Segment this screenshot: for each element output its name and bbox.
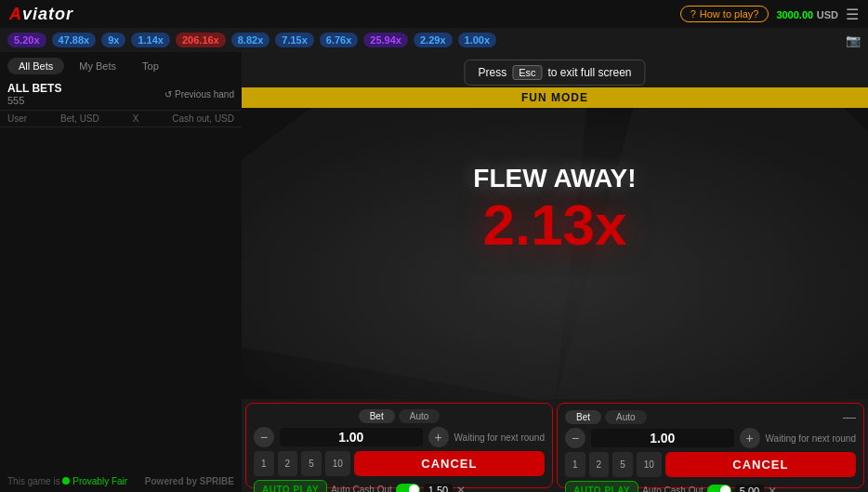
bet-panel-2: Bet Auto — − 1.00 + Waiting for next rou… — [557, 403, 864, 488]
waiting-text-2: Waiting for next round — [766, 433, 856, 444]
auto-cash-row-1: AUTO PLAY Auto Cash Out 1.50 ✕ — [254, 480, 545, 492]
auto-play-button-2[interactable]: AUTO PLAY — [565, 481, 638, 492]
waiting-text-1: Waiting for next round — [454, 432, 545, 443]
quick-and-cancel-2: 1 2 5 10 CANCEL — [565, 452, 856, 477]
question-icon: ? — [690, 8, 696, 20]
mult-badge: 8.82x — [231, 33, 270, 47]
bet-panel-2-tabs: Bet Auto — — [565, 409, 856, 424]
auto-cash-label-2: Auto Cash Out — [642, 485, 704, 492]
spribe-logo: Powered by SPRIBE — [145, 476, 234, 486]
tabs-bar: All Bets My Bets Top — [0, 52, 242, 80]
tab-top[interactable]: Top — [131, 58, 170, 74]
camera-icon[interactable]: 📷 — [846, 33, 861, 47]
minus-icon[interactable]: — — [843, 409, 856, 424]
quick-bets-2: 1 2 5 10 — [565, 452, 662, 477]
quick-bet-2-1[interactable]: 1 — [565, 452, 585, 477]
provably-fair-footer: This game is Provably Fair Powered by SP… — [0, 471, 242, 492]
top-bar: Aviator ? How to play? 3000.00 USD ☰ — [0, 0, 868, 28]
mult-badge: 1.00x — [458, 33, 497, 47]
auto-play-button-1[interactable]: AUTO PLAY — [254, 480, 327, 492]
esc-tooltip: Press Esc to exit full screen — [464, 60, 645, 86]
fun-mode-banner: FUN MODE — [242, 87, 868, 108]
bet-value-1: 1.00 — [280, 428, 423, 446]
bet-input-row-2: − 1.00 + Waiting for next round — [565, 428, 856, 448]
auto-tab-1[interactable]: Auto — [399, 409, 441, 423]
multiplier-strip: 5.20x 47.88x 9x 1.14x 206.16x 8.82x 7.15… — [0, 28, 868, 52]
decrease-bet-1[interactable]: − — [254, 427, 274, 447]
quick-bet-1-10[interactable]: 10 — [325, 451, 350, 476]
bet-value-2: 1.00 — [591, 429, 734, 447]
quick-bet-1-2[interactable]: 2 — [278, 451, 298, 476]
quick-bet-1-1[interactable]: 1 — [254, 451, 274, 476]
close-auto-cash-1[interactable]: ✕ — [456, 484, 466, 493]
left-panel: All Bets My Bets Top ALL BETS 555 ↺ Prev… — [0, 52, 242, 492]
mult-badge: 7.15x — [275, 33, 314, 47]
top-right-controls: ? How to play? 3000.00 USD ☰ — [680, 6, 859, 23]
auto-cash-toggle-2[interactable] — [707, 485, 731, 492]
multiplier-result: 2.13x — [482, 193, 626, 257]
game-area: Press Esc to exit full screen FUN MODE — [242, 52, 868, 492]
bets-header: ALL BETS 555 ↺ Previous hand — [0, 80, 242, 110]
mult-badge: 2.29x — [414, 33, 453, 47]
main-layout: All Bets My Bets Top ALL BETS 555 ↺ Prev… — [0, 52, 868, 492]
auto-cash-label-1: Auto Cash Out — [331, 485, 392, 492]
quick-bet-2-10[interactable]: 10 — [637, 452, 662, 477]
green-dot-icon — [62, 477, 70, 485]
bet-tab-1[interactable]: Bet — [359, 409, 395, 423]
flew-away-text: FLEW AWAY! — [473, 164, 636, 193]
bet-tab-2[interactable]: Bet — [565, 410, 601, 424]
quick-and-cancel-1: 1 2 5 10 CANCEL — [254, 451, 545, 476]
decrease-bet-2[interactable]: − — [565, 428, 585, 448]
how-to-play-button[interactable]: ? How to play? — [680, 6, 769, 22]
balance-display: 3000.00 USD — [776, 7, 838, 21]
mult-badge: 25.94x — [363, 33, 408, 47]
bets-count: 555 — [7, 95, 61, 106]
menu-icon[interactable]: ☰ — [846, 6, 859, 23]
flew-away-container: FLEW AWAY! 2.13x — [242, 164, 868, 257]
mult-badge: 206.16x — [176, 33, 226, 47]
cancel-button-2[interactable]: CANCEL — [665, 452, 856, 477]
previous-hand-button[interactable]: ↺ Previous hand — [164, 89, 234, 100]
mult-badge: 47.88x — [52, 33, 97, 47]
auto-cash-toggle-1[interactable] — [396, 484, 420, 492]
cash-out-value-2: 5.00 — [735, 485, 764, 493]
bet-input-row-1: − 1.00 + Waiting for next round — [254, 427, 545, 447]
mult-badge: 5.20x — [7, 33, 46, 47]
all-bets-label: ALL BETS — [7, 82, 61, 95]
table-header: User Bet, USD X Cash out, USD — [0, 110, 242, 127]
increase-bet-1[interactable]: + — [428, 427, 449, 447]
close-auto-cash-2[interactable]: ✕ — [768, 485, 777, 493]
tab-all-bets[interactable]: All Bets — [7, 58, 64, 74]
cash-out-value-1: 1.50 — [424, 484, 453, 493]
quick-bets-1: 1 2 5 10 — [254, 451, 350, 476]
tab-my-bets[interactable]: My Bets — [68, 58, 127, 74]
refresh-icon: ↺ — [164, 89, 172, 100]
increase-bet-2[interactable]: + — [740, 428, 760, 448]
mult-badge: 1.14x — [131, 33, 170, 47]
mult-badge: 6.76x — [320, 33, 359, 47]
quick-bet-2-5[interactable]: 5 — [612, 452, 633, 477]
logo: Aviator — [9, 5, 73, 24]
bet-panel-1-tabs: Bet Auto — [254, 409, 545, 423]
esc-key: Esc — [512, 65, 542, 80]
quick-bet-1-5[interactable]: 5 — [301, 451, 322, 476]
cancel-button-1[interactable]: CANCEL — [354, 451, 545, 476]
bottom-panels: Bet Auto − 1.00 + Waiting for next round… — [242, 399, 868, 492]
auto-tab-2[interactable]: Auto — [605, 410, 647, 424]
auto-cash-row-2: AUTO PLAY Auto Cash Out 5.00 ✕ — [565, 481, 856, 492]
quick-bet-2-2[interactable]: 2 — [589, 452, 610, 477]
bet-panel-1: Bet Auto − 1.00 + Waiting for next round… — [245, 403, 553, 488]
mult-badge: 9x — [101, 33, 125, 47]
